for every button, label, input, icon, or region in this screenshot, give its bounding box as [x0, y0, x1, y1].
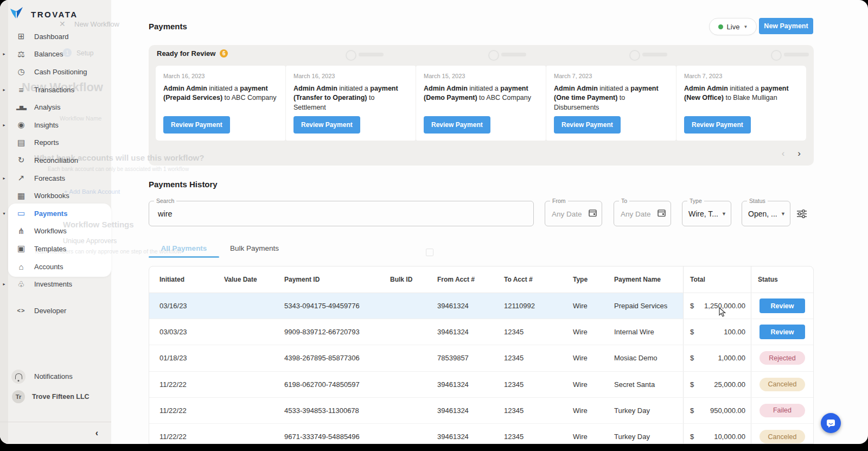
from-date-input[interactable]: From Any Date [545, 201, 602, 226]
review-payment-button[interactable]: Review Payment [424, 116, 490, 134]
payments-table: InitiatedValue DatePayment IDBulk IDFrom… [149, 266, 814, 444]
table-row[interactable]: 03/03/239909-839712-66720793394613241234… [149, 319, 813, 345]
chevron-down-icon: ▼ [781, 211, 786, 217]
chat-launcher-button[interactable] [821, 413, 841, 433]
chevron-down-icon: ▼ [743, 24, 748, 29]
sidebar-item-insights[interactable]: ▸ ◉ Insights [0, 116, 111, 134]
from-placeholder: Any Date [552, 209, 582, 218]
chevron-right-icon[interactable]: ▸ [0, 87, 8, 92]
to-date-input[interactable]: To Any Date [614, 201, 671, 226]
review-button[interactable]: Review [760, 325, 805, 339]
live-status-dot-icon [718, 24, 723, 29]
column-header-initiated: Initiated [159, 266, 224, 293]
review-payment-button[interactable]: Review Payment [554, 116, 621, 134]
cell-payment-name: Turkey Day [614, 398, 683, 423]
sidebar-item-accounts[interactable]: ⌂ Accounts [0, 258, 111, 276]
trovata-logo-icon [9, 5, 24, 23]
ready-for-review-label: Ready for Review [157, 49, 215, 58]
sidebar-item-reconciliation[interactable]: ↻ Reconciliation [0, 151, 111, 169]
sidebar-item-workbooks[interactable]: ▦ Workbooks [0, 187, 111, 205]
pager-next-icon[interactable]: › [797, 148, 801, 159]
collapse-sidebar-icon[interactable]: ‹ [95, 428, 98, 438]
table-row[interactable]: 11/22/226198-062700-74850597394613241234… [149, 372, 813, 398]
sidebar-item-reports[interactable]: ▤ Reports [0, 134, 111, 152]
card-date: March 15, 2023 [424, 73, 538, 79]
environment-selector[interactable]: Live ▼ [709, 18, 757, 35]
column-header-value-date: Value Date [224, 266, 284, 293]
cell-status: Review [751, 293, 813, 319]
sidebar-item-developer[interactable]: <> Developer [0, 302, 111, 320]
column-header-payment-id: Payment ID [284, 266, 390, 293]
reports-icon: ▤ [13, 138, 29, 148]
card-text: Admin Admin initiated a payment (New Off… [684, 84, 799, 103]
forecasts-icon: ↗ [13, 173, 29, 183]
sidebar-item-templates[interactable]: ▣ Templates [0, 240, 111, 258]
cell-payment-name: Internal Wire [614, 319, 683, 345]
chevron-down-icon: ▼ [722, 211, 726, 217]
sidebar-item-analysis[interactable]: ▂▆▃ Analysis [0, 98, 111, 116]
sidebar-item-forecasts[interactable]: ▸ ↗ Forecasts [0, 169, 111, 187]
cell-payment-id: 9671-333749-54885496 [284, 424, 390, 444]
type-select[interactable]: Type Wire, T... ▼ [682, 201, 731, 226]
table-row[interactable]: 11/22/229671-333749-54885496394613241234… [149, 424, 813, 444]
cell-value-date [224, 345, 284, 371]
org-name: Trove Fifteen LLC [32, 393, 90, 401]
chevron-right-icon[interactable]: ▸ [0, 282, 8, 287]
cell-to-acct: 12110992 [504, 293, 573, 319]
chat-icon [826, 419, 835, 428]
sidebar-item-label: Dashboard [34, 33, 69, 41]
sidebar-item-label: Forecasts [34, 174, 65, 182]
sidebar-item-label: Templates [34, 245, 66, 253]
cell-from-acct: 39461324 [437, 293, 504, 319]
sidebar-item-transactions[interactable]: ▸ ≡ Transactions [0, 81, 111, 99]
cell-total: $100.00 [683, 319, 751, 345]
bell-icon [11, 370, 25, 384]
sidebar-item-investments[interactable]: ▸ ♧ Investments [0, 275, 111, 293]
sidebar-item-dashboard[interactable]: ⊞ Dashboard [0, 28, 111, 46]
calendar-icon[interactable] [658, 208, 666, 219]
ghost-checkbox [426, 249, 433, 256]
search-input[interactable]: Search wire [149, 201, 534, 226]
notifications-button[interactable]: Notifications [0, 367, 111, 385]
workbooks-icon: ▦ [13, 191, 29, 201]
review-button[interactable]: Review [760, 298, 805, 313]
cell-value-date [224, 398, 284, 423]
filter-sliders-icon[interactable] [797, 209, 807, 220]
currency-symbol: $ [690, 328, 694, 336]
currency-symbol: $ [690, 302, 694, 310]
table-row[interactable]: 01/18/234398-267895-85877306785398571234… [149, 345, 813, 371]
total-amount: 100.00 [724, 328, 745, 336]
review-payment-button[interactable]: Review Payment [163, 116, 230, 134]
sidebar-item-cash-positioning[interactable]: ◷ Cash Positioning [0, 63, 111, 81]
sidebar-item-payments[interactable]: ▾ ▭ Payments [0, 205, 111, 223]
column-header-type: Type [573, 266, 614, 293]
to-placeholder: Any Date [621, 209, 651, 218]
currency-symbol: $ [690, 354, 694, 362]
cell-type: Wire [573, 372, 614, 397]
chevron-right-icon[interactable]: ▸ [0, 52, 8, 56]
sidebar-item-balances[interactable]: ▸ ⚖ Balances [0, 46, 111, 63]
tab-bulk-payments[interactable]: Bulk Payments [219, 244, 290, 252]
review-payment-button[interactable]: Review Payment [684, 116, 751, 134]
tab-all-payments[interactable]: All Payments [149, 244, 219, 252]
currency-symbol: $ [690, 380, 694, 389]
status-select[interactable]: Status Open, ... ▼ [742, 201, 790, 226]
chevron-right-icon[interactable]: ▸ [0, 176, 8, 181]
sidebar-item-workflows[interactable]: ⋔ Workflows [0, 223, 111, 240]
status-badge-canceled: Canceled [760, 430, 805, 443]
review-payment-button[interactable]: Review Payment [293, 116, 360, 134]
new-payment-button[interactable]: New Payment [759, 18, 813, 34]
total-amount: 1,250,000.00 [704, 302, 745, 310]
org-switcher[interactable]: Tr Trove Fifteen LLC [0, 388, 111, 405]
pager-prev-icon[interactable]: ‹ [782, 148, 785, 159]
sidebar-bottom: Notifications Tr Trove Fifteen LLC ‹ [0, 367, 111, 444]
table-row[interactable]: 03/16/235343-094175-49459776394613241211… [149, 293, 813, 319]
table-row[interactable]: 11/22/224533-394853-11300678394613241234… [149, 398, 813, 424]
sidebar-item-label: Cash Positioning [34, 68, 87, 76]
chevron-right-icon[interactable]: ▸ [0, 123, 8, 128]
calendar-icon[interactable] [589, 208, 597, 219]
sidebar-item-label: Accounts [34, 263, 63, 271]
chevron-down-icon[interactable]: ▾ [0, 211, 8, 216]
total-amount: 1,000.00 [718, 354, 745, 362]
total-amount: 25,000.00 [714, 380, 745, 389]
